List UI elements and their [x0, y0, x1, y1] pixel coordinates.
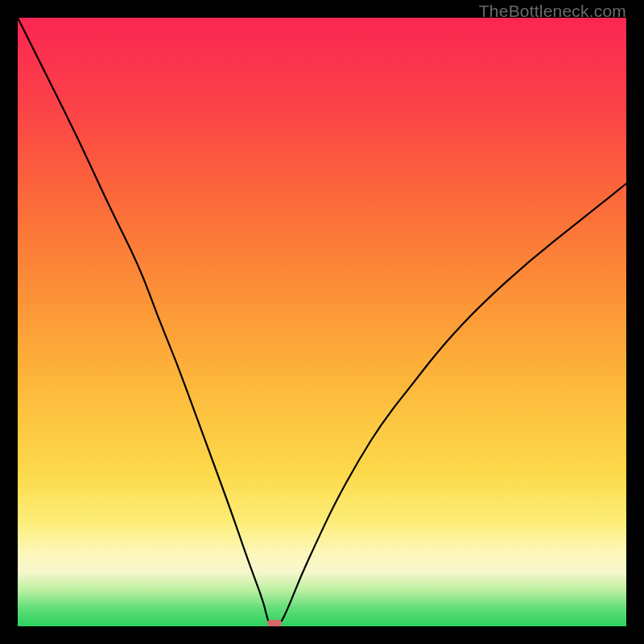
- plot-area: [18, 18, 626, 626]
- optimal-marker: [267, 620, 282, 626]
- chart-frame: TheBottleneck.com: [0, 0, 644, 644]
- gradient-background: [18, 18, 626, 626]
- watermark-text: TheBottleneck.com: [479, 2, 626, 21]
- chart-svg: [18, 18, 626, 626]
